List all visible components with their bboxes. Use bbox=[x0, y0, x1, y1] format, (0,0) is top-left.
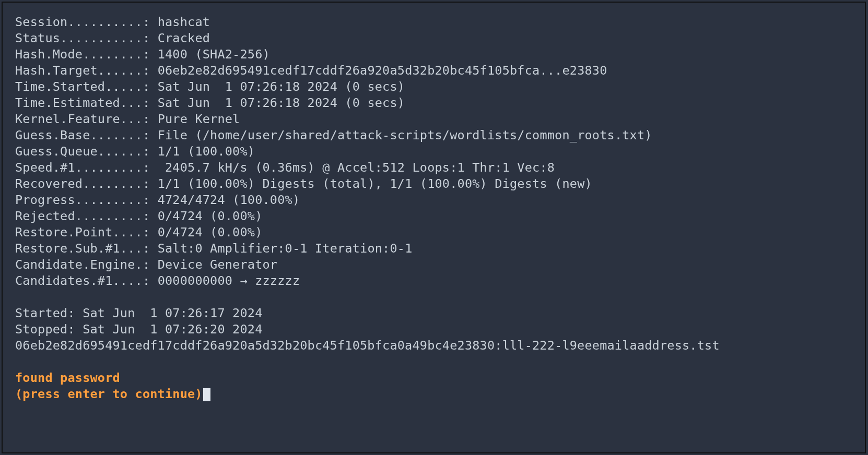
row-guess-queue: Guess.Queue......: 1/1 (100.00%) bbox=[15, 143, 855, 160]
row-time-estimated: Time.Estimated...: Sat Jun 1 07:26:18 20… bbox=[15, 95, 855, 111]
row-time-started: Time.Started.....: Sat Jun 1 07:26:18 20… bbox=[15, 79, 855, 95]
press-enter-text: (press enter to continue) bbox=[15, 387, 203, 401]
row-hash-mode: Hash.Mode........: 1400 (SHA2-256) bbox=[15, 46, 855, 63]
prompt-line[interactable]: (press enter to continue) bbox=[15, 386, 855, 402]
found-password-text: found password bbox=[15, 370, 855, 386]
row-candidate-engine: Candidate.Engine.: Device Generator bbox=[15, 257, 855, 273]
row-candidates: Candidates.#1....: 0000000000 → zzzzzz bbox=[15, 273, 855, 289]
row-speed: Speed.#1.........: 2405.7 kH/s (0.36ms) … bbox=[15, 160, 855, 176]
blank-line-2 bbox=[15, 354, 855, 370]
row-session: Session..........: hashcat bbox=[15, 14, 855, 30]
row-guess-base: Guess.Base.......: File (/home/user/shar… bbox=[15, 127, 855, 143]
row-stopped: Stopped: Sat Jun 1 07:26:20 2024 bbox=[15, 321, 855, 338]
row-progress: Progress.........: 4724/4724 (100.00%) bbox=[15, 192, 855, 208]
row-hash-target: Hash.Target......: 06eb2e82d695491cedf17… bbox=[15, 63, 855, 79]
row-restore-point: Restore.Point....: 0/4724 (0.00%) bbox=[15, 224, 855, 241]
row-restore-sub: Restore.Sub.#1...: Salt:0 Amplifier:0-1 … bbox=[15, 241, 855, 257]
row-started: Started: Sat Jun 1 07:26:17 2024 bbox=[15, 305, 855, 321]
row-status: Status...........: Cracked bbox=[15, 30, 855, 46]
row-rejected: Rejected.........: 0/4724 (0.00%) bbox=[15, 208, 855, 224]
row-kernel-feature: Kernel.Feature...: Pure Kernel bbox=[15, 111, 855, 127]
blank-line bbox=[15, 289, 855, 305]
row-recovered: Recovered........: 1/1 (100.00%) Digests… bbox=[15, 176, 855, 192]
cursor-icon bbox=[203, 388, 210, 401]
terminal-window[interactable]: Session..........: hashcat Status.......… bbox=[2, 2, 866, 453]
row-hash-result: 06eb2e82d695491cedf17cddf26a920a5d32b20b… bbox=[15, 338, 855, 354]
